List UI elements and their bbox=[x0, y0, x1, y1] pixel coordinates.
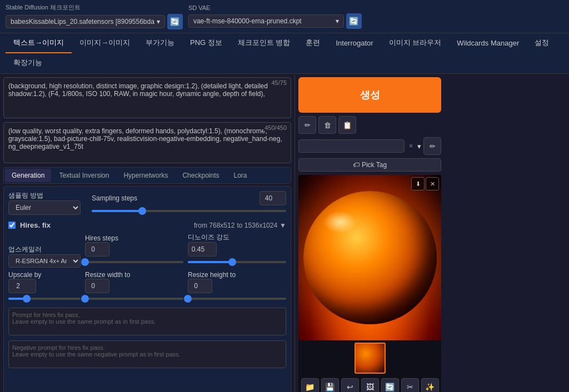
resize-height-input[interactable] bbox=[188, 279, 212, 293]
hires-steps-input[interactable] bbox=[85, 242, 109, 257]
sampling-method-select[interactable]: Euler Euler a DPM++ 2M bbox=[8, 200, 81, 215]
tab-extensions[interactable]: 확장기능 bbox=[6, 53, 50, 73]
toolbar-undo-btn[interactable]: ↩ bbox=[341, 378, 359, 392]
toolbar-image-btn[interactable]: 🖼 bbox=[361, 378, 379, 392]
tab-checkpoint-merge[interactable]: 체크포인트 병합 bbox=[230, 33, 298, 53]
denoising-fill bbox=[188, 261, 232, 263]
generated-image bbox=[298, 175, 441, 340]
resize-width-thumb[interactable] bbox=[81, 295, 89, 303]
sampling-steps-input[interactable] bbox=[259, 191, 286, 205]
right-sidebar: 생성 ✏ 🗑 📋 × ▾ ✏ 🏷 Pick Tag bbox=[295, 74, 445, 392]
upscale-by-input[interactable] bbox=[8, 279, 36, 293]
upscale-by-track[interactable] bbox=[8, 298, 81, 300]
tab-extras[interactable]: 부가기능 bbox=[138, 33, 182, 53]
sub-tab-textual-inversion[interactable]: Textual Inversion bbox=[52, 169, 116, 182]
tag-clear-button[interactable]: × bbox=[407, 142, 415, 150]
checkpoint-dropdown[interactable]: babesKissableLips_20.safetensors [890955… bbox=[6, 15, 165, 28]
hires-prompt-textarea[interactable]: Prompt for hires fix pass. Leave empty t… bbox=[8, 308, 286, 335]
tag-input[interactable] bbox=[298, 139, 405, 153]
image-close-btn[interactable]: ✕ bbox=[426, 177, 439, 190]
denoising-label: 디노이즈 강도 bbox=[188, 233, 286, 242]
tab-png-info[interactable]: PNG 정보 bbox=[182, 33, 230, 53]
vae-dropdown[interactable]: vae-ft-mse-840000-ema-pruned.ckpt ▾ bbox=[188, 14, 344, 28]
upscaler-group: 업스케일러 R-ESRGAN 4x+ Anime bbox=[8, 245, 81, 268]
resize-height-thumb[interactable] bbox=[184, 295, 192, 303]
action-buttons-row: ✏ 🗑 📋 bbox=[298, 116, 441, 134]
upscale-by-thumb[interactable] bbox=[23, 295, 31, 303]
denoising-track[interactable] bbox=[188, 261, 286, 263]
tag-dropdown-arrow: ▾ bbox=[417, 142, 421, 150]
tab-interrogator[interactable]: Interrogator bbox=[328, 34, 381, 53]
image-panel: ⬇ ✕ 📁 💾 ↩ 🖼 🔄 ✂ ✨ (background, high reso… bbox=[298, 175, 441, 392]
upscale-by-group: Upscale by bbox=[8, 271, 81, 304]
toolbar-magic-btn[interactable]: ✨ bbox=[421, 378, 439, 392]
toolbar-folder-btn[interactable]: 📁 bbox=[301, 378, 319, 392]
tag-edit-button[interactable]: ✏ bbox=[423, 137, 441, 155]
nav-tabs: 텍스트→이미지 이미지→이미지 부가기능 PNG 정보 체크포인트 병합 훈련 … bbox=[0, 33, 569, 74]
toolbar-crop-btn[interactable]: ✂ bbox=[401, 378, 419, 392]
tab-wildcards[interactable]: Wildcards Manager bbox=[449, 34, 527, 53]
sampling-method-group: 샘플링 방법 Euler Euler a DPM++ 2M bbox=[8, 191, 86, 215]
sampling-steps-thumb[interactable] bbox=[138, 207, 146, 215]
resize-width-track[interactable] bbox=[85, 298, 183, 300]
toolbar-save-btn[interactable]: 💾 bbox=[321, 378, 339, 392]
sub-tab-lora[interactable]: Lora bbox=[227, 169, 254, 182]
pick-tag-button[interactable]: 🏷 Pick Tag bbox=[298, 158, 441, 172]
thumbnail-row bbox=[298, 340, 441, 376]
sphere-ball bbox=[303, 191, 437, 324]
hires-steps-track[interactable] bbox=[85, 261, 183, 263]
denoising-input[interactable] bbox=[188, 242, 217, 257]
hires-steps-label: Hires steps bbox=[85, 234, 183, 242]
tab-settings[interactable]: 설정 bbox=[527, 33, 557, 53]
hires-steps-thumb[interactable] bbox=[81, 258, 89, 266]
checkpoint-value: babesKissableLips_20.safetensors [890955… bbox=[11, 18, 154, 26]
sub-tab-hypernetworks[interactable]: Hypernetworks bbox=[117, 169, 174, 182]
hires-neg-prompt-textarea[interactable]: Negative prompt for hires fix pass. Leav… bbox=[8, 340, 286, 368]
sub-tab-generation[interactable]: Generation bbox=[5, 169, 51, 182]
negative-prompt-textarea[interactable]: (low quality, worst quality, extra finge… bbox=[3, 122, 291, 163]
toolbar-share-btn[interactable]: 🔄 bbox=[381, 378, 399, 392]
checkpoint-refresh-btn[interactable]: 🔄 bbox=[167, 14, 183, 29]
tab-train[interactable]: 훈련 bbox=[298, 33, 328, 53]
upscaler-select[interactable]: R-ESRGAN 4x+ Anime bbox=[8, 254, 81, 268]
tab-image-to-image[interactable]: 이미지→이미지 bbox=[72, 33, 138, 53]
upscale-by-label: Upscale by bbox=[8, 271, 81, 279]
tab-text-to-image[interactable]: 텍스트→이미지 bbox=[6, 33, 72, 53]
denoising-thumb[interactable] bbox=[228, 258, 236, 266]
checkpoint-arrow: ▾ bbox=[157, 18, 160, 26]
resize-height-track[interactable] bbox=[188, 298, 286, 300]
tab-image-browser[interactable]: 이미지 브라우저 bbox=[381, 33, 450, 53]
trash-button[interactable]: 🗑 bbox=[318, 116, 336, 134]
sphere-shine bbox=[323, 211, 357, 233]
tag-input-row: × ▾ ✏ bbox=[298, 137, 441, 155]
sub-tabs: Generation Textual Inversion Hypernetwor… bbox=[3, 167, 291, 184]
positive-prompt-textarea[interactable]: (background, high resolution, distinct i… bbox=[3, 77, 291, 118]
checkpoint-row: babesKissableLips_20.safetensors [890955… bbox=[6, 14, 183, 29]
copy-button[interactable]: 📋 bbox=[338, 116, 356, 134]
negative-char-count: 450/450 bbox=[263, 124, 288, 131]
hires-resolution: from 768x512 to 1536x1024 ▼ bbox=[194, 222, 286, 229]
vae-arrow: ▾ bbox=[336, 17, 339, 25]
image-download-btn[interactable]: ⬇ bbox=[411, 177, 425, 190]
sub-tab-checkpoints[interactable]: Checkpoints bbox=[176, 169, 226, 182]
vae-refresh-btn[interactable]: 🔄 bbox=[346, 13, 362, 29]
resize-width-input[interactable] bbox=[85, 279, 109, 293]
checkpoint-label: Stable Diffusion 체크포인트 bbox=[6, 3, 183, 12]
sampling-steps-track[interactable] bbox=[92, 210, 286, 212]
vae-label: SD VAE bbox=[188, 4, 362, 11]
upscaler-label: 업스케일러 bbox=[8, 245, 81, 254]
resize-width-label: Resize width to bbox=[85, 271, 183, 279]
hires-res-arrow: ▼ bbox=[279, 222, 286, 229]
checkpoint-section: Stable Diffusion 체크포인트 babesKissableLips… bbox=[6, 3, 183, 29]
generate-button[interactable]: 생성 bbox=[298, 77, 441, 113]
denoising-group: 디노이즈 강도 bbox=[188, 233, 286, 268]
image-top-controls: ⬇ ✕ bbox=[411, 177, 439, 190]
generated-image-container: ⬇ ✕ bbox=[298, 175, 441, 340]
resize-height-label: Resize height to bbox=[188, 271, 286, 279]
top-bar: Stable Diffusion 체크포인트 babesKissableLips… bbox=[0, 0, 569, 33]
hires-fix-checkbox[interactable] bbox=[8, 222, 16, 229]
edit-button[interactable]: ✏ bbox=[298, 116, 316, 134]
left-panel: (background, high resolution, distinct i… bbox=[0, 74, 295, 392]
thumbnail-item[interactable] bbox=[355, 343, 386, 374]
sampling-steps-group: Sampling steps bbox=[92, 191, 286, 217]
